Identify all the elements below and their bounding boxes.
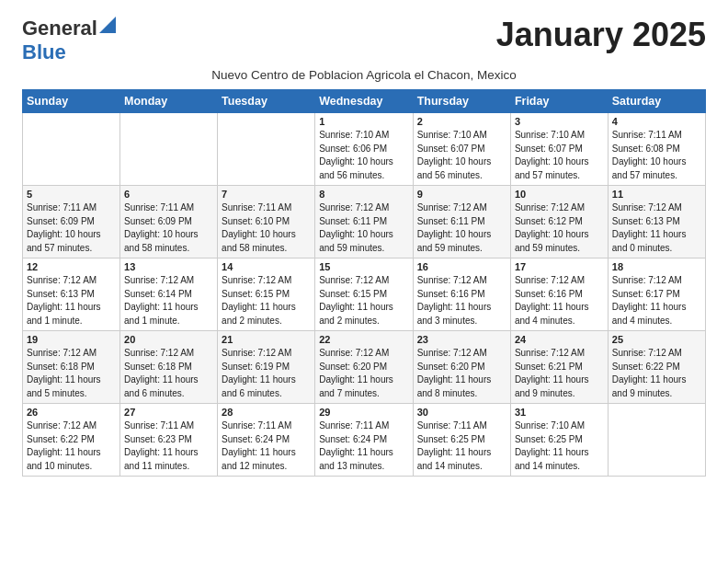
day-info: Sunrise: 7:12 AMSunset: 6:13 PMDaylight:… (612, 201, 701, 255)
col-thursday: Thursday (413, 90, 510, 113)
day-number: 20 (124, 334, 213, 345)
day-number: 26 (27, 407, 116, 418)
page: General Blue January 2025 Nuevo Centro d… (0, 0, 728, 493)
day-info: Sunrise: 7:12 AMSunset: 6:17 PMDaylight:… (612, 274, 701, 327)
month-title: January 2025 (496, 17, 706, 53)
calendar-week-row: 5Sunrise: 7:11 AMSunset: 6:09 PMDaylight… (23, 186, 706, 259)
day-number: 27 (124, 407, 213, 418)
calendar-week-row: 26Sunrise: 7:12 AMSunset: 6:22 PMDayligh… (23, 404, 706, 477)
calendar-cell: 14Sunrise: 7:12 AMSunset: 6:15 PMDayligh… (218, 259, 315, 331)
calendar-cell: 31Sunrise: 7:10 AMSunset: 6:25 PMDayligh… (510, 404, 608, 477)
calendar-cell: 29Sunrise: 7:11 AMSunset: 6:24 PMDayligh… (315, 404, 413, 477)
calendar-cell: 7Sunrise: 7:11 AMSunset: 6:10 PMDaylight… (218, 186, 315, 259)
day-info: Sunrise: 7:12 AMSunset: 6:19 PMDaylight:… (222, 347, 311, 400)
day-number: 18 (612, 261, 701, 272)
day-info: Sunrise: 7:10 AMSunset: 6:25 PMDaylight:… (515, 419, 604, 473)
day-info: Sunrise: 7:12 AMSunset: 6:16 PMDaylight:… (417, 274, 506, 327)
calendar-cell: 28Sunrise: 7:11 AMSunset: 6:24 PMDayligh… (218, 404, 315, 477)
day-info: Sunrise: 7:12 AMSunset: 6:22 PMDaylight:… (612, 347, 701, 400)
day-number: 22 (319, 334, 408, 345)
day-info: Sunrise: 7:11 AMSunset: 6:24 PMDaylight:… (222, 419, 311, 473)
day-info: Sunrise: 7:10 AMSunset: 6:07 PMDaylight:… (417, 129, 506, 182)
day-number: 13 (124, 261, 213, 272)
day-info: Sunrise: 7:11 AMSunset: 6:24 PMDaylight:… (319, 419, 408, 473)
calendar-cell: 21Sunrise: 7:12 AMSunset: 6:19 PMDayligh… (218, 331, 315, 404)
calendar-cell: 8Sunrise: 7:12 AMSunset: 6:11 PMDaylight… (315, 186, 413, 259)
calendar-cell: 18Sunrise: 7:12 AMSunset: 6:17 PMDayligh… (608, 259, 705, 331)
day-number: 19 (27, 334, 116, 345)
day-number: 28 (222, 407, 311, 418)
calendar-cell: 17Sunrise: 7:12 AMSunset: 6:16 PMDayligh… (510, 259, 608, 331)
calendar-week-row: 19Sunrise: 7:12 AMSunset: 6:18 PMDayligh… (23, 331, 706, 404)
day-info: Sunrise: 7:12 AMSunset: 6:18 PMDaylight:… (27, 347, 116, 400)
day-number: 23 (417, 334, 506, 345)
day-number: 7 (222, 189, 311, 200)
day-info: Sunrise: 7:12 AMSunset: 6:21 PMDaylight:… (515, 347, 604, 400)
day-info: Sunrise: 7:10 AMSunset: 6:06 PMDaylight:… (319, 129, 408, 182)
day-info: Sunrise: 7:12 AMSunset: 6:12 PMDaylight:… (515, 201, 604, 255)
day-number: 8 (319, 189, 408, 200)
calendar-week-row: 1Sunrise: 7:10 AMSunset: 6:06 PMDaylight… (23, 113, 706, 186)
calendar-body: 1Sunrise: 7:10 AMSunset: 6:06 PMDaylight… (23, 113, 706, 477)
day-info: Sunrise: 7:12 AMSunset: 6:15 PMDaylight:… (222, 274, 311, 327)
day-number: 2 (417, 116, 506, 127)
day-number: 10 (515, 189, 604, 200)
calendar-cell: 16Sunrise: 7:12 AMSunset: 6:16 PMDayligh… (413, 259, 510, 331)
calendar-cell: 12Sunrise: 7:12 AMSunset: 6:13 PMDayligh… (23, 259, 120, 331)
col-sunday: Sunday (23, 90, 120, 113)
calendar-cell (608, 404, 705, 477)
calendar-cell: 15Sunrise: 7:12 AMSunset: 6:15 PMDayligh… (315, 259, 413, 331)
calendar-cell: 26Sunrise: 7:12 AMSunset: 6:22 PMDayligh… (23, 404, 120, 477)
day-number: 21 (222, 334, 311, 345)
calendar-cell: 23Sunrise: 7:12 AMSunset: 6:20 PMDayligh… (413, 331, 510, 404)
day-number: 5 (27, 189, 116, 200)
subtitle: Nuevo Centro de Poblacion Agricola el Ch… (22, 68, 706, 82)
calendar-cell: 25Sunrise: 7:12 AMSunset: 6:22 PMDayligh… (608, 331, 705, 404)
day-info: Sunrise: 7:12 AMSunset: 6:20 PMDaylight:… (417, 347, 506, 400)
calendar-cell: 10Sunrise: 7:12 AMSunset: 6:12 PMDayligh… (510, 186, 608, 259)
calendar-cell: 5Sunrise: 7:11 AMSunset: 6:09 PMDaylight… (23, 186, 120, 259)
calendar-header-row: Sunday Monday Tuesday Wednesday Thursday… (23, 90, 706, 113)
day-info: Sunrise: 7:12 AMSunset: 6:15 PMDaylight:… (319, 274, 408, 327)
day-info: Sunrise: 7:12 AMSunset: 6:20 PMDaylight:… (319, 347, 408, 400)
calendar-cell: 4Sunrise: 7:11 AMSunset: 6:08 PMDaylight… (608, 113, 705, 186)
calendar-cell: 19Sunrise: 7:12 AMSunset: 6:18 PMDayligh… (23, 331, 120, 404)
day-info: Sunrise: 7:11 AMSunset: 6:09 PMDaylight:… (124, 201, 213, 255)
day-info: Sunrise: 7:12 AMSunset: 6:22 PMDaylight:… (27, 419, 116, 473)
logo: General Blue (22, 17, 116, 64)
calendar-cell (120, 113, 218, 186)
day-number: 14 (222, 261, 311, 272)
calendar-cell: 20Sunrise: 7:12 AMSunset: 6:18 PMDayligh… (120, 331, 218, 404)
calendar-cell: 30Sunrise: 7:11 AMSunset: 6:25 PMDayligh… (413, 404, 510, 477)
col-tuesday: Tuesday (218, 90, 315, 113)
day-info: Sunrise: 7:11 AMSunset: 6:08 PMDaylight:… (612, 129, 701, 182)
day-info: Sunrise: 7:12 AMSunset: 6:13 PMDaylight:… (27, 274, 116, 327)
calendar-cell: 27Sunrise: 7:11 AMSunset: 6:23 PMDayligh… (120, 404, 218, 477)
day-number: 29 (319, 407, 408, 418)
calendar-cell: 6Sunrise: 7:11 AMSunset: 6:09 PMDaylight… (120, 186, 218, 259)
col-saturday: Saturday (608, 90, 705, 113)
day-info: Sunrise: 7:10 AMSunset: 6:07 PMDaylight:… (515, 129, 604, 182)
day-info: Sunrise: 7:11 AMSunset: 6:09 PMDaylight:… (27, 201, 116, 255)
day-info: Sunrise: 7:12 AMSunset: 6:18 PMDaylight:… (124, 347, 213, 400)
calendar-cell: 1Sunrise: 7:10 AMSunset: 6:06 PMDaylight… (315, 113, 413, 186)
day-number: 30 (417, 407, 506, 418)
day-number: 1 (319, 116, 408, 127)
calendar-cell: 2Sunrise: 7:10 AMSunset: 6:07 PMDaylight… (413, 113, 510, 186)
day-number: 31 (515, 407, 604, 418)
day-number: 12 (27, 261, 116, 272)
day-number: 24 (515, 334, 604, 345)
day-info: Sunrise: 7:12 AMSunset: 6:11 PMDaylight:… (417, 201, 506, 255)
day-info: Sunrise: 7:11 AMSunset: 6:10 PMDaylight:… (222, 201, 311, 255)
calendar: Sunday Monday Tuesday Wednesday Thursday… (22, 89, 706, 477)
day-number: 4 (612, 116, 701, 127)
day-number: 6 (124, 189, 213, 200)
day-info: Sunrise: 7:12 AMSunset: 6:16 PMDaylight:… (515, 274, 604, 327)
calendar-cell: 3Sunrise: 7:10 AMSunset: 6:07 PMDaylight… (510, 113, 608, 186)
header: General Blue January 2025 (22, 17, 706, 64)
day-info: Sunrise: 7:12 AMSunset: 6:11 PMDaylight:… (319, 201, 408, 255)
col-wednesday: Wednesday (315, 90, 413, 113)
calendar-cell: 9Sunrise: 7:12 AMSunset: 6:11 PMDaylight… (413, 186, 510, 259)
calendar-cell: 13Sunrise: 7:12 AMSunset: 6:14 PMDayligh… (120, 259, 218, 331)
day-number: 15 (319, 261, 408, 272)
